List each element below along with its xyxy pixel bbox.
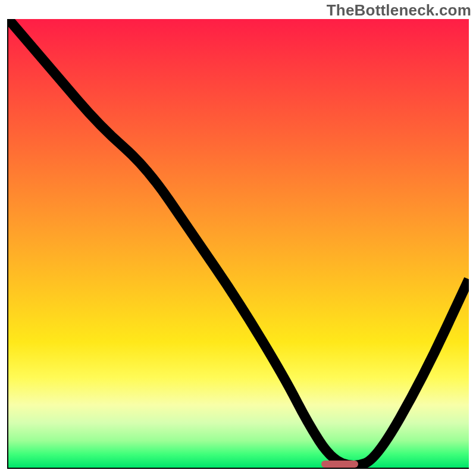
watermark-text: TheBottleneck.com: [327, 1, 471, 20]
optimal-zone-marker: [321, 461, 358, 468]
bottleneck-curve: [8, 19, 469, 468]
plot-area: [7, 19, 469, 469]
chart-frame: TheBottleneck.com: [0, 0, 476, 476]
curve-path: [8, 19, 469, 465]
